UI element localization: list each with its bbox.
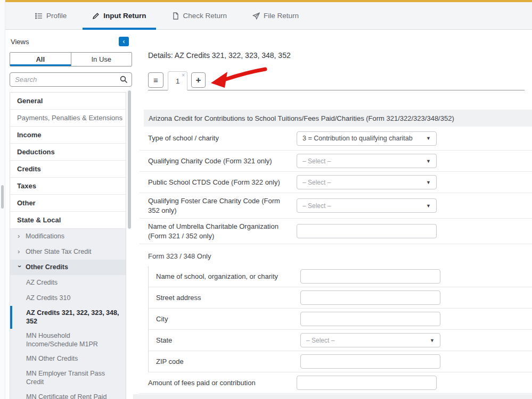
- copy-tab-1[interactable]: 1 ×: [168, 71, 187, 90]
- subitem-az-credits-310[interactable]: AZ Credits 310: [10, 290, 126, 306]
- caret-down-icon: ▼: [426, 203, 431, 209]
- caret-down-icon: ▼: [426, 180, 431, 185]
- public-school-ctds-select[interactable]: – Select – ▼: [297, 175, 437, 189]
- sidebar-collapse-button[interactable]: ‹: [119, 37, 129, 46]
- field-row-foster-care-charity-code: Qualifying Foster Care Charity Code (For…: [140, 193, 532, 219]
- search-icon: [120, 76, 128, 84]
- copies-menu-button[interactable]: ≡: [148, 72, 163, 88]
- sidebar-item-deductions[interactable]: Deductions: [10, 144, 126, 161]
- chevron-right-icon: ›: [18, 247, 22, 256]
- list-icon: [35, 12, 43, 20]
- city-input[interactable]: [300, 312, 440, 326]
- toggle-all[interactable]: All: [10, 53, 71, 66]
- close-icon[interactable]: ×: [182, 73, 185, 78]
- qualifying-charity-code-select[interactable]: – Select – ▼: [297, 154, 437, 168]
- tab-label: Check Return: [183, 12, 227, 20]
- document-icon: [172, 12, 179, 20]
- subitem-az-credits[interactable]: AZ Credits: [10, 275, 126, 290]
- field-row-zip-code: ZIP code: [149, 351, 532, 372]
- field-row-state: State – Select – ▼: [149, 330, 532, 351]
- subitem-label: Modifications: [26, 232, 64, 240]
- select-value: 3 = Contribution to qualifying charitab: [302, 135, 423, 142]
- subitem-mn-other-credits[interactable]: MN Other Credits: [10, 351, 126, 367]
- main-content: Details: AZ Credits 321, 322, 323, 348, …: [133, 30, 532, 399]
- field-label: Name of Umbrella Charitable Organization…: [148, 222, 297, 240]
- send-icon: [252, 12, 260, 20]
- edge-scrollbar-thumb[interactable]: [1, 185, 4, 209]
- street-address-input[interactable]: [300, 290, 440, 305]
- field-label: Qualifying Foster Care Charity Code (For…: [148, 196, 297, 215]
- bottom-gutter: [133, 394, 532, 399]
- search-input[interactable]: [10, 72, 132, 87]
- select-value: – Select –: [302, 179, 423, 186]
- subitem-other-credits[interactable]: › Other Credits: [10, 260, 126, 275]
- pencil-icon: [92, 12, 100, 20]
- subitem-modifications[interactable]: › Modifications: [10, 229, 126, 244]
- field-label: Name of school, organization, or charity: [156, 272, 300, 281]
- foster-care-charity-code-select[interactable]: – Select – ▼: [297, 198, 437, 213]
- subitem-mn-employer-transit[interactable]: MN Employer Transit Pass Credit: [10, 367, 126, 389]
- field-label: State: [156, 336, 300, 345]
- caret-down-icon: ▼: [426, 159, 431, 164]
- field-row-qualifying-charity-code: Qualifying Charity Code (Form 321 only) …: [140, 151, 532, 172]
- sidebar-item-taxes[interactable]: Taxes: [10, 178, 126, 195]
- field-label: Amount of fees paid or contribution: [148, 378, 297, 388]
- subsection-title: Form 323 / 348 Only: [140, 244, 532, 266]
- field-row-umbrella-organization: Name of Umbrella Charitable Organization…: [140, 219, 532, 244]
- subitem-label: Other State Tax Credit: [26, 247, 91, 256]
- field-label: ZIP code: [156, 357, 300, 367]
- umbrella-organization-input[interactable]: [297, 224, 437, 238]
- field-label: Qualifying Charity Code (Form 321 only): [148, 156, 297, 166]
- sidebar-item-state-local[interactable]: State & Local: [10, 212, 126, 229]
- zip-code-input[interactable]: [300, 354, 440, 369]
- subitem-mn-certificate-rent[interactable]: MN Certificate of Rent Paid: [10, 389, 126, 399]
- tab-label: Input Return: [103, 12, 146, 20]
- select-value: – Select –: [306, 337, 427, 344]
- tab-check-return[interactable]: Check Return: [162, 2, 237, 29]
- sidebar-item-income[interactable]: Income: [10, 127, 126, 144]
- field-row-school-name: Name of school, organization, or charity: [149, 266, 532, 287]
- field-row-type-of-school: Type of school / charity 3 = Contributio…: [140, 127, 532, 151]
- sidebar-search: [10, 72, 132, 87]
- subitem-az-credits-321[interactable]: AZ Credits 321, 322, 323, 348, 352: [10, 306, 126, 329]
- sidebar-item-other[interactable]: Other: [10, 195, 126, 212]
- views-header: Views ‹: [5, 30, 133, 51]
- tab-profile[interactable]: Profile: [26, 2, 76, 29]
- subitem-other-state-tax-credit[interactable]: › Other State Tax Credit: [10, 244, 126, 260]
- sidebar-item-payments[interactable]: Payments, Penalties & Extensions: [10, 110, 126, 127]
- caret-down-icon: ▼: [430, 338, 435, 343]
- window-edge-scroll-area: [0, 0, 5, 399]
- subitem-mn-household-income[interactable]: MN Household Income/Schedule M1PR: [10, 329, 126, 352]
- tab-input-return[interactable]: Input Return: [83, 2, 155, 29]
- field-row-street-address: Street address: [149, 287, 532, 309]
- amount-fees-input[interactable]: [297, 376, 437, 390]
- sidebar: Views ‹ All In Use General Payments, Pen…: [5, 30, 133, 399]
- field-label: City: [156, 314, 300, 324]
- state-select[interactable]: – Select – ▼: [300, 333, 440, 347]
- form-section-header: Arizona Credit for Contributions to Scho…: [144, 110, 532, 127]
- tab-label: File Return: [264, 12, 299, 20]
- add-copy-button[interactable]: +: [191, 72, 206, 88]
- sidebar-item-credits[interactable]: Credits: [10, 161, 126, 178]
- sidebar-scrollbar-thumb[interactable]: [128, 90, 131, 229]
- main-navigation: Profile Input Return Check Return File R…: [5, 2, 532, 30]
- subitem-label: Other Credits: [26, 263, 68, 271]
- field-label: Type of school / charity: [148, 134, 297, 143]
- views-toggle: All In Use: [10, 52, 132, 66]
- sections-list: General Payments, Penalties & Extensions…: [10, 92, 126, 399]
- chevron-down-icon: ›: [15, 265, 24, 269]
- tab-label: Profile: [46, 12, 67, 20]
- sidebar-item-general[interactable]: General: [10, 93, 126, 110]
- copy-tab-label: 1: [176, 77, 179, 85]
- tab-file-return[interactable]: File Return: [243, 2, 308, 29]
- field-label: Street address: [156, 293, 300, 303]
- views-title: Views: [11, 38, 29, 46]
- toggle-in-use[interactable]: In Use: [71, 53, 132, 66]
- details-title: Details: AZ Credits 321, 322, 323, 348, …: [148, 51, 532, 60]
- state-local-subsections: › Modifications › Other State Tax Credit…: [10, 229, 126, 399]
- type-of-school-select[interactable]: 3 = Contribution to qualifying charitab …: [297, 131, 437, 146]
- school-name-input[interactable]: [300, 269, 440, 284]
- select-value: – Select –: [302, 157, 423, 165]
- copy-tabstrip: ≡ 1 × +: [148, 71, 525, 90]
- form-area: Arizona Credit for Contributions to Scho…: [140, 110, 532, 394]
